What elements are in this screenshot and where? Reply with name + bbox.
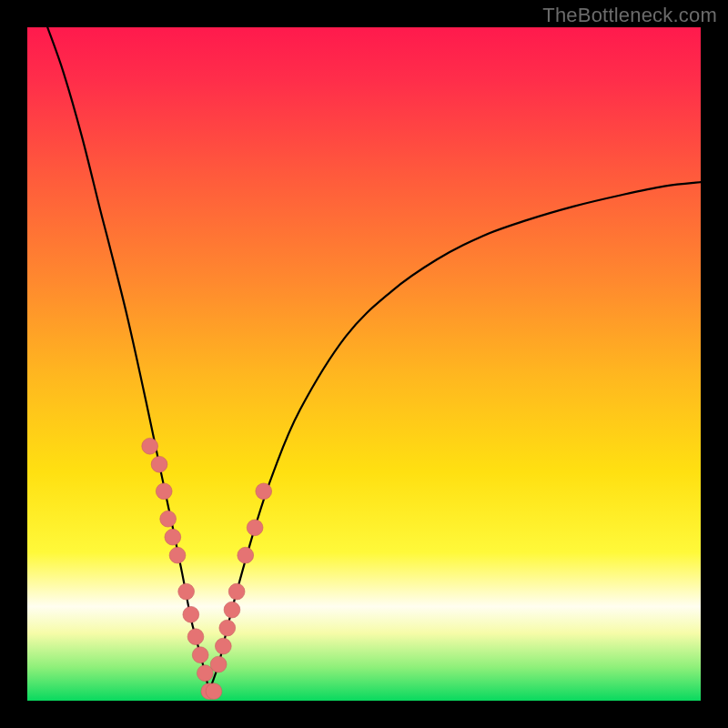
data-marker <box>247 520 263 536</box>
data-marker <box>156 483 172 500</box>
data-marker <box>224 602 240 618</box>
data-marker <box>187 629 204 645</box>
curve-right-branch <box>209 182 701 691</box>
data-marker <box>197 665 213 682</box>
data-marker <box>192 647 208 663</box>
data-marker <box>215 638 231 654</box>
data-marker <box>142 438 158 454</box>
data-marker <box>165 529 181 545</box>
curve-layer <box>47 27 701 692</box>
data-marker <box>151 456 167 472</box>
data-marker <box>219 620 236 636</box>
data-marker <box>238 547 254 563</box>
data-marker <box>160 511 177 527</box>
data-marker <box>169 547 186 563</box>
chart-svg <box>27 27 701 701</box>
data-marker <box>210 656 227 672</box>
plot-area <box>27 27 701 701</box>
data-marker <box>183 606 199 622</box>
data-marker <box>206 683 222 700</box>
chart-frame: TheBottleneck.com <box>0 0 728 728</box>
watermark-text: TheBottleneck.com <box>542 4 717 27</box>
data-marker <box>178 583 195 600</box>
data-marker <box>256 483 272 500</box>
data-marker <box>228 583 245 600</box>
